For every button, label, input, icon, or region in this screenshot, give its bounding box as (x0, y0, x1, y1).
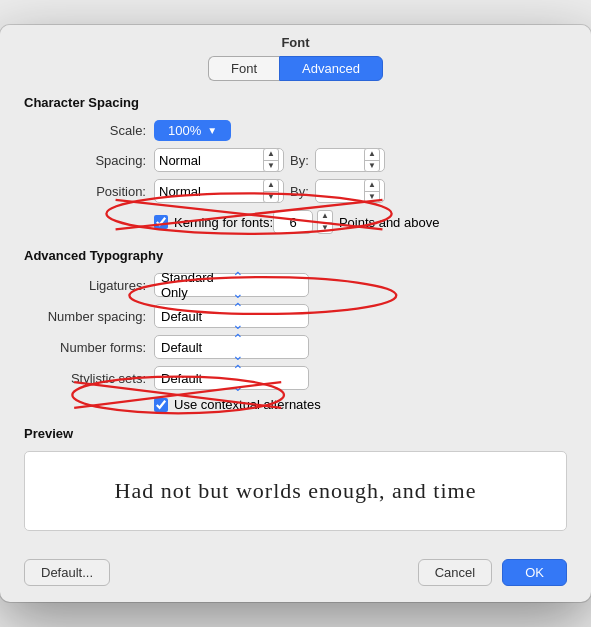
scale-row: Scale: 100% ▼ (24, 120, 567, 141)
position-stepper[interactable]: ▲ ▼ (263, 179, 279, 203)
spacing-down[interactable]: ▼ (264, 161, 278, 172)
contextual-label: Use contextual alternates (174, 397, 321, 412)
spacing-by-down[interactable]: ▼ (365, 161, 379, 172)
spacing-by-up[interactable]: ▲ (365, 149, 379, 161)
preview-text: Had not but worlds enough, and time (115, 478, 477, 504)
kerning-suffix: Points and above (339, 215, 439, 230)
character-spacing-title: Character Spacing (24, 95, 567, 110)
number-forms-select[interactable]: Default ⌃⌄ (154, 335, 309, 359)
contextual-checkbox[interactable] (154, 398, 168, 412)
preview-section: Preview Had not but worlds enough, and t… (24, 426, 567, 531)
stylistic-sets-select[interactable]: Default ⌃⌄ (154, 366, 309, 390)
number-spacing-row: Number spacing: Default ⌃⌄ (24, 304, 567, 328)
bottom-bar: Default... Cancel OK (0, 547, 591, 602)
number-forms-value: Default (161, 340, 232, 355)
stylistic-sets-chevron-icon: ⌃⌄ (232, 362, 303, 394)
stylistic-sets-row: Stylistic sets: Default ⌃⌄ (24, 366, 567, 390)
ligatures-label: Ligatures: (24, 278, 154, 293)
number-spacing-label: Number spacing: (24, 309, 154, 324)
spacing-value: Normal (159, 153, 261, 168)
kerning-down[interactable]: ▼ (318, 223, 332, 234)
position-up[interactable]: ▲ (264, 180, 278, 192)
number-forms-label: Number forms: (24, 340, 154, 355)
advanced-typography-title: Advanced Typography (24, 248, 567, 263)
ok-button[interactable]: OK (502, 559, 567, 586)
kerning-up[interactable]: ▲ (318, 211, 332, 223)
tab-font[interactable]: Font (208, 56, 279, 81)
dialog-title: Font (0, 25, 591, 56)
contextual-row: Use contextual alternates (154, 397, 567, 412)
spacing-up[interactable]: ▲ (264, 149, 278, 161)
position-by-input[interactable]: ▲ ▼ (315, 179, 385, 203)
tab-advanced[interactable]: Advanced (279, 56, 383, 81)
default-button[interactable]: Default... (24, 559, 110, 586)
position-by-up[interactable]: ▲ (365, 180, 379, 192)
number-spacing-chevron-icon: ⌃⌄ (232, 300, 303, 332)
spacing-by-input[interactable]: ▲ ▼ (315, 148, 385, 172)
ligatures-chevron-icon: ⌃⌄ (232, 269, 303, 301)
kerning-label: Kerning for fonts: (174, 215, 273, 230)
spacing-label: Spacing: (24, 153, 154, 168)
number-forms-row: Number forms: Default ⌃⌄ (24, 335, 567, 359)
kerning-stepper[interactable]: ▲ ▼ (317, 210, 333, 234)
stylistic-sets-label: Stylistic sets: (24, 371, 154, 386)
position-by-stepper[interactable]: ▲ ▼ (364, 179, 380, 203)
spacing-select[interactable]: Normal ▲ ▼ (154, 148, 284, 172)
position-row: Position: Normal ▲ ▼ By: ▲ ▼ (24, 179, 567, 203)
spacing-stepper[interactable]: ▲ ▼ (263, 148, 279, 172)
kerning-checkbox[interactable] (154, 215, 168, 229)
position-by-label: By: (290, 184, 309, 199)
number-forms-chevron-icon: ⌃⌄ (232, 331, 303, 363)
spacing-row: Spacing: Normal ▲ ▼ By: ▲ ▼ (24, 148, 567, 172)
scale-arrow-icon: ▼ (207, 125, 217, 136)
ligatures-select[interactable]: Standard Only ⌃⌄ (154, 273, 309, 297)
tab-bar: Font Advanced (0, 56, 591, 81)
ligatures-value: Standard Only (161, 270, 232, 300)
position-down[interactable]: ▼ (264, 192, 278, 203)
position-select[interactable]: Normal ▲ ▼ (154, 179, 284, 203)
kerning-row: Kerning for fonts: ▲ ▼ Points and above (154, 210, 567, 234)
kerning-value-input[interactable] (273, 210, 313, 234)
spacing-by-label: By: (290, 153, 309, 168)
spacing-by-stepper[interactable]: ▲ ▼ (364, 148, 380, 172)
ligatures-row: Ligatures: Standard Only ⌃⌄ (24, 273, 567, 297)
number-spacing-select[interactable]: Default ⌃⌄ (154, 304, 309, 328)
button-group-right: Cancel OK (418, 559, 567, 586)
preview-title: Preview (24, 426, 567, 441)
position-label: Position: (24, 184, 154, 199)
preview-box: Had not but worlds enough, and time (24, 451, 567, 531)
scale-value: 100% (168, 123, 201, 138)
stylistic-sets-value: Default (161, 371, 232, 386)
position-by-down[interactable]: ▼ (365, 192, 379, 203)
scale-label: Scale: (24, 123, 154, 138)
cancel-button[interactable]: Cancel (418, 559, 492, 586)
number-spacing-value: Default (161, 309, 232, 324)
scale-button[interactable]: 100% ▼ (154, 120, 231, 141)
position-value: Normal (159, 184, 261, 199)
